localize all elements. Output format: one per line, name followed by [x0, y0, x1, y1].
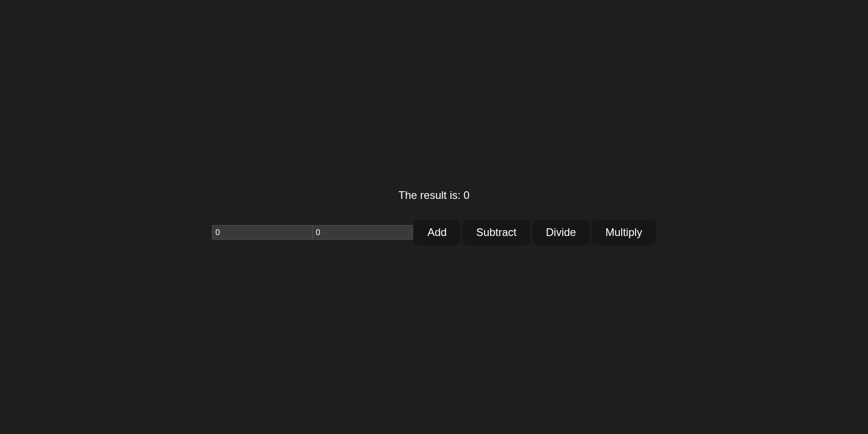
add-button[interactable]: Add — [414, 220, 460, 245]
second-number-input[interactable] — [312, 225, 413, 240]
calculator-container: The result is: 0 Add Subtract Divide Mul… — [212, 189, 656, 245]
multiply-button[interactable]: Multiply — [592, 220, 656, 245]
controls-row: Add Subtract Divide Multiply — [212, 220, 656, 245]
subtract-button[interactable]: Subtract — [462, 220, 530, 245]
result-value: 0 — [463, 189, 469, 201]
first-number-input[interactable] — [212, 225, 312, 240]
divide-button[interactable]: Divide — [533, 220, 590, 245]
result-label: The result is: — [398, 189, 463, 201]
result-display: The result is: 0 — [398, 189, 469, 202]
